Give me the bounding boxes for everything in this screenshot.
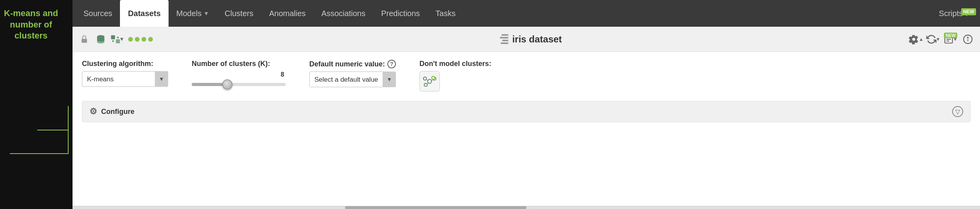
clusters-slider-track[interactable] <box>192 83 286 86</box>
refresh-icon[interactable]: ▼ <box>926 32 941 47</box>
default-numeric-value-field: Default numeric value: ? Select a defaul… <box>309 60 396 87</box>
dont-model-clusters-field: Don't model clusters: <box>419 60 491 92</box>
clustering-algorithm-select-wrapper: K-means G-Means Mini-batch K-Means ▼ <box>82 71 168 87</box>
status-dot-1 <box>128 37 133 42</box>
clustering-algorithm-label: Clustering algorithm: <box>82 60 168 68</box>
nav-item-tasks[interactable]: Tasks <box>428 0 463 27</box>
clusters-slider-container: 8 <box>192 71 286 86</box>
clustering-algorithm-select[interactable]: K-means G-Means Mini-batch K-Means <box>82 71 168 87</box>
nav-item-datasets[interactable]: Datasets <box>120 0 168 27</box>
clusters-slider-thumb[interactable] <box>222 79 232 90</box>
dataset-bars-icon <box>500 34 508 44</box>
status-dots <box>128 37 153 42</box>
nav-item-anomalies[interactable]: Anomalies <box>261 0 313 27</box>
number-of-clusters-label: Number of clusters (K): <box>192 60 286 68</box>
svg-point-13 <box>423 77 426 80</box>
content-area: Clustering algorithm: K-means G-Means Mi… <box>73 52 980 206</box>
status-dot-3 <box>142 37 146 42</box>
transform-icon[interactable]: ▼ <box>110 32 124 46</box>
nav-item-clusters[interactable]: Clusters <box>217 0 261 27</box>
clusters-value: 8 <box>192 71 284 78</box>
models-dropdown-arrow: ▼ <box>203 10 209 16</box>
nav-item-predictions[interactable]: Predictions <box>373 0 428 27</box>
dont-model-clusters-label: Don't model clusters: <box>419 60 491 68</box>
form-row: Clustering algorithm: K-means G-Means Mi… <box>82 60 971 92</box>
number-of-clusters-field: Number of clusters (K): 8 <box>192 60 286 86</box>
nav-item-models[interactable]: Models ▼ <box>169 0 217 27</box>
toolbar-title: iris dataset <box>155 34 906 45</box>
scripts-new-badge: NEW <box>961 8 976 15</box>
add-cluster-button[interactable] <box>419 71 440 92</box>
scrollbar-thumb[interactable] <box>345 206 526 209</box>
dataset-icon[interactable] <box>94 32 108 46</box>
status-dot-4 <box>148 37 153 42</box>
settings-icon[interactable]: ▲ <box>909 32 924 47</box>
configure-gear-icon: ⚙ <box>89 106 97 117</box>
clustering-algorithm-field: Clustering algorithm: K-means G-Means Mi… <box>82 60 168 87</box>
svg-line-18 <box>427 83 428 84</box>
default-numeric-select[interactable]: Select a default value Mean Median Zero <box>309 72 396 87</box>
info-icon[interactable] <box>960 32 975 47</box>
svg-line-17 <box>432 80 433 81</box>
status-dot-2 <box>135 37 140 42</box>
configure-chevron[interactable]: ▽ <box>952 106 963 117</box>
svg-rect-0 <box>82 39 87 43</box>
svg-rect-2 <box>111 35 115 39</box>
svg-point-15 <box>424 83 427 86</box>
annotation-text: K-means and number of clusters <box>4 8 58 42</box>
report-icon[interactable]: ▼ NEW <box>943 32 958 47</box>
nav-bar: Sources Datasets Models ▼ Clusters Anoma… <box>73 0 980 27</box>
configure-label: ⚙ Configure <box>89 106 134 117</box>
default-numeric-select-wrapper: Select a default value Mean Median Zero … <box>309 72 396 87</box>
default-numeric-value-label: Default numeric value: ? <box>309 60 396 68</box>
configure-bar[interactable]: ⚙ Configure ▽ <box>82 101 971 122</box>
annotation-panel: K-means and number of clusters <box>0 0 73 209</box>
nav-item-associations[interactable]: Associations <box>314 0 373 27</box>
svg-line-16 <box>426 80 428 81</box>
toolbar: ▼ iris dataset ▲ <box>73 27 980 52</box>
default-numeric-help-icon[interactable]: ? <box>387 60 396 68</box>
horizontal-scrollbar[interactable] <box>73 206 980 209</box>
svg-point-11 <box>967 37 968 38</box>
nav-item-sources[interactable]: Sources <box>76 0 120 27</box>
lock-icon[interactable] <box>77 32 91 46</box>
nav-item-scripts[interactable]: Scripts ▼ NEW <box>933 6 977 21</box>
main-content: Sources Datasets Models ▼ Clusters Anoma… <box>73 0 980 209</box>
toolbar-right: ▲ ▼ ▼ NEW <box>909 32 975 47</box>
